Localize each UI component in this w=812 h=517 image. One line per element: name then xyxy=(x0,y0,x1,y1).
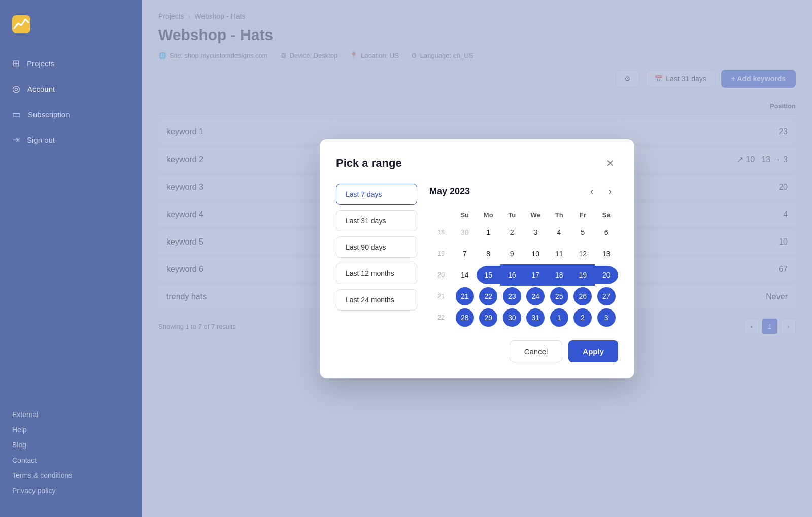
calendar-prev-button[interactable]: ‹ xyxy=(584,184,600,200)
modal-overlay: Pick a range ✕ Last 7 days Last 31 days … xyxy=(142,0,812,517)
calendar-day-cell: 16 xyxy=(500,264,524,286)
calendar-day[interactable]: 2 xyxy=(573,308,592,327)
calendar-day[interactable]: 29 xyxy=(479,308,497,327)
calendar-day[interactable]: 15 xyxy=(477,266,500,284)
subscription-icon: ▭ xyxy=(12,109,21,120)
sidebar-link-blog[interactable]: Blog xyxy=(12,439,130,451)
dialog-footer: Cancel Apply xyxy=(336,340,618,362)
calendar-day[interactable]: 3 xyxy=(597,308,616,327)
calendar-day-cell: 1 xyxy=(548,307,571,328)
calendar-day[interactable]: 23 xyxy=(503,287,521,305)
calendar-day-cell: 11 xyxy=(548,243,571,264)
calendar-day[interactable]: 18 xyxy=(548,266,571,284)
calendar-day[interactable]: 8 xyxy=(479,245,497,263)
logo-icon xyxy=(12,15,30,33)
sidebar-link-terms[interactable]: Terms & conditions xyxy=(12,469,130,481)
calendar-day[interactable]: 21 xyxy=(456,287,474,305)
calendar-day[interactable]: 30 xyxy=(503,308,521,327)
calendar-day[interactable]: 22 xyxy=(479,287,497,305)
calendar-nav-group: ‹ › xyxy=(584,184,618,200)
calendar-grid: Su Mo Tu We Th Fr Sa 1830123456197891011… xyxy=(429,208,618,328)
calendar-day-cell: 26 xyxy=(571,286,595,307)
apply-button[interactable]: Apply xyxy=(568,340,618,362)
calendar-day-cell: 2 xyxy=(500,222,524,243)
calendar-day[interactable]: 6 xyxy=(597,223,616,242)
signout-icon: ⇥ xyxy=(12,134,20,145)
calendar-day[interactable]: 7 xyxy=(456,245,474,263)
weekday-fr: Fr xyxy=(571,208,595,222)
cancel-button[interactable]: Cancel xyxy=(510,340,563,362)
calendar-day-cell: 6 xyxy=(595,222,619,243)
calendar-day-cell: 27 xyxy=(595,286,619,307)
range-24months-button[interactable]: Last 24 months xyxy=(336,289,417,311)
calendar-day-cell: 1 xyxy=(477,222,500,243)
calendar-day[interactable]: 12 xyxy=(573,245,592,263)
sidebar-link-privacy[interactable]: Privacy policy xyxy=(12,485,130,497)
calendar-next-button[interactable]: › xyxy=(602,184,618,200)
main-content: Projects › Webshop - Hats Webshop - Hats… xyxy=(142,0,812,517)
week-number: 19 xyxy=(429,243,453,264)
sidebar-link-contact[interactable]: Contact xyxy=(12,454,130,466)
close-dialog-button[interactable]: ✕ xyxy=(602,155,618,171)
calendar-day-cell: 28 xyxy=(453,307,477,328)
account-icon: ◎ xyxy=(12,83,20,94)
sidebar-item-label: Account xyxy=(27,85,55,93)
calendar-day[interactable]: 14 xyxy=(456,266,474,284)
calendar-day[interactable]: 17 xyxy=(524,266,548,284)
calendar-day[interactable]: 1 xyxy=(550,308,568,327)
sidebar: ⊞ Projects ◎ Account ▭ Subscription ⇥ Si… xyxy=(0,0,142,517)
week-number: 20 xyxy=(429,264,453,286)
calendar-day[interactable]: 31 xyxy=(526,308,545,327)
calendar-day-cell: 2 xyxy=(571,307,595,328)
calendar-day-cell: 3 xyxy=(524,222,548,243)
calendar-day-cell: 4 xyxy=(548,222,571,243)
range-90days-button[interactable]: Last 90 days xyxy=(336,236,417,258)
calendar-day[interactable]: 19 xyxy=(571,266,595,284)
sidebar-item-label: Projects xyxy=(27,59,54,68)
calendar-day[interactable]: 24 xyxy=(526,287,545,305)
dialog-title: Pick a range xyxy=(336,157,402,170)
range-31days-button[interactable]: Last 31 days xyxy=(336,210,417,231)
week-num-header xyxy=(429,208,453,222)
dialog-body: Last 7 days Last 31 days Last 90 days La… xyxy=(336,184,618,328)
range-7days-button[interactable]: Last 7 days xyxy=(336,184,417,205)
calendar-day[interactable]: 10 xyxy=(526,245,545,263)
calendar-day[interactable]: 27 xyxy=(597,287,616,305)
logo[interactable] xyxy=(0,10,142,51)
calendar-day-cell: 8 xyxy=(477,243,500,264)
calendar-day[interactable]: 2 xyxy=(503,223,521,242)
projects-icon: ⊞ xyxy=(12,58,20,69)
calendar-day-cell: 22 xyxy=(477,286,500,307)
calendar-day[interactable]: 30 xyxy=(456,223,474,242)
calendar-day[interactable]: 4 xyxy=(550,223,568,242)
range-12months-button[interactable]: Last 12 months xyxy=(336,263,417,284)
sidebar-item-signout[interactable]: ⇥ Sign out xyxy=(0,127,142,152)
calendar-day[interactable]: 26 xyxy=(573,287,592,305)
weekday-su: Su xyxy=(453,208,477,222)
calendar-day-cell: 7 xyxy=(453,243,477,264)
sidebar-link-help[interactable]: Help xyxy=(12,424,130,436)
sidebar-bottom: External Help Blog Contact Terms & condi… xyxy=(0,398,142,507)
calendar-day-cell: 31 xyxy=(524,307,548,328)
calendar-day[interactable]: 25 xyxy=(550,287,568,305)
sidebar-item-subscription[interactable]: ▭ Subscription xyxy=(0,101,142,127)
calendar-day[interactable]: 11 xyxy=(550,245,568,263)
calendar-day-cell: 14 xyxy=(453,264,477,286)
sidebar-link-external[interactable]: External xyxy=(12,408,130,421)
calendar-day[interactable]: 20 xyxy=(595,266,619,284)
calendar-day[interactable]: 28 xyxy=(456,308,474,327)
sidebar-item-account[interactable]: ◎ Account xyxy=(0,76,142,101)
calendar-day[interactable]: 3 xyxy=(526,223,545,242)
calendar-day-cell: 21 xyxy=(453,286,477,307)
calendar-day-cell: 20 xyxy=(595,264,619,286)
calendar-day-cell: 30 xyxy=(453,222,477,243)
calendar-day[interactable]: 16 xyxy=(500,266,524,284)
sidebar-item-projects[interactable]: ⊞ Projects xyxy=(0,51,142,76)
calendar-day[interactable]: 9 xyxy=(503,245,521,263)
calendar-day[interactable]: 13 xyxy=(597,245,616,263)
calendar-day-cell: 23 xyxy=(500,286,524,307)
calendar-day-cell: 15 xyxy=(477,264,500,286)
calendar-day[interactable]: 1 xyxy=(479,223,497,242)
calendar-day-cell: 10 xyxy=(524,243,548,264)
calendar-day[interactable]: 5 xyxy=(573,223,592,242)
